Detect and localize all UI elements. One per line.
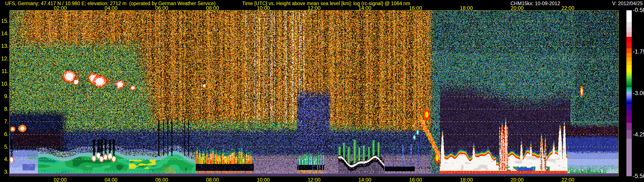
- y-tick-label: 5.: [0, 144, 8, 150]
- bottom-time-axis: 02:0004:0006:0008:0010:0012:0014:0016:00…: [0, 177, 644, 182]
- y-tick-label: 14.: [0, 30, 8, 37]
- x-tick-label: 20:00: [511, 177, 524, 182]
- colorbar-segment: [626, 37, 632, 43]
- x-tick-label: 16:00: [409, 177, 422, 182]
- colorbar-segment: [626, 27, 632, 32]
- x-tick-label: 02:00: [54, 177, 66, 182]
- colorbar-segment: [626, 10, 632, 22]
- x-tick-label: 10:00: [257, 177, 270, 182]
- colorbar-segment: [626, 69, 632, 72]
- colorbar-tick-label: -1.75: [633, 48, 644, 55]
- x-tick-label: 04:00: [104, 177, 118, 182]
- colorbar-segment: [626, 85, 632, 87]
- ceilometer-heatmap: [10, 10, 618, 176]
- y-tick-label: 13.: [0, 43, 8, 49]
- colorbar-segment: [626, 99, 632, 101]
- colorbar-segment: [626, 102, 632, 104]
- colorbar-segment: [626, 92, 632, 93]
- colorbar-segment: [626, 79, 632, 81]
- x-tick-label: 18:00: [460, 177, 473, 182]
- colorbar-segment: [626, 123, 632, 130]
- colorbar-segment: [626, 32, 632, 37]
- y-tick-label: 10.: [0, 81, 8, 87]
- height-axis: 15.14.13.12.11.10.9.8.7.6.5.4.3.: [0, 0, 9, 182]
- colorbar-segment: [626, 110, 632, 116]
- colorbar-segment: [626, 61, 632, 65]
- colorbar-segment: [626, 81, 632, 83]
- colorbar-segment: [626, 101, 632, 102]
- y-tick-label: 15.: [0, 18, 8, 24]
- y-tick-label: 11.: [0, 68, 8, 74]
- colorbar-segment: [626, 22, 632, 27]
- y-tick-label: 4.: [0, 156, 8, 162]
- y-tick-label: 7.: [0, 118, 8, 125]
- colorbar-segment: [626, 83, 632, 85]
- plot-area: [10, 10, 619, 176]
- y-tick-label: 12.: [0, 55, 8, 62]
- colorbar-segment: [626, 48, 632, 53]
- colorbar-segment: [626, 93, 632, 95]
- colorbar-segment: [626, 72, 632, 75]
- colorbar-tick-label: -4.25: [633, 131, 644, 138]
- colorbar-segment: [626, 57, 632, 61]
- x-tick-label: 22:00: [561, 177, 574, 182]
- colorbar-segment: [626, 87, 632, 90]
- top-time-axis: 02:0004:0006:0008:0010:0012:0014:0016:00…: [0, 5, 644, 10]
- colorbar-segment: [626, 53, 632, 57]
- colorbar-segment: [626, 77, 632, 79]
- colorbar-segment: [626, 43, 632, 48]
- colorbar-segment: [626, 65, 632, 69]
- colorbar-segment: [626, 90, 632, 92]
- colorbar-segment: [626, 139, 632, 176]
- colorbar-segment: [626, 96, 632, 98]
- colorbar: [626, 10, 632, 176]
- colorbar-tick-label: -3.00: [633, 90, 644, 96]
- colorbar-segment: [626, 75, 632, 77]
- x-tick-label: 08:00: [206, 177, 219, 182]
- colorbar-segment: [626, 116, 632, 123]
- y-tick-label: 9.: [0, 93, 8, 99]
- x-tick-label: 06:00: [155, 177, 168, 182]
- colorbar-segment: [626, 98, 632, 99]
- x-tick-label: 12:00: [308, 177, 320, 182]
- colorbar-tick-label: -0.50: [633, 7, 644, 13]
- colorbar-segment: [626, 104, 632, 110]
- y-tick-label: 6.: [0, 131, 8, 137]
- x-tick-label: 14:00: [358, 177, 371, 182]
- colorbar-segment: [626, 95, 632, 96]
- y-tick-label: 3.: [0, 169, 8, 175]
- y-tick-label: 8.: [0, 106, 8, 112]
- colorbar-segment: [626, 130, 632, 139]
